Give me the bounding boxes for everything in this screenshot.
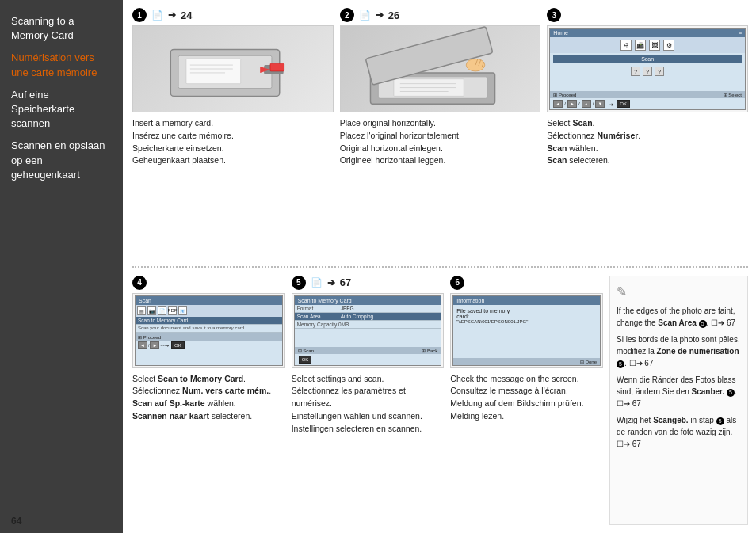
step3-line1: Select Scan. <box>547 117 748 130</box>
step6-line1: Check the message on the screen. <box>450 373 603 386</box>
step6-body2: card: <box>456 314 597 319</box>
step4-nav-right[interactable]: ► <box>150 341 159 349</box>
step3-sub-icons: ? ? ? <box>550 65 745 78</box>
step4-line4-txt: selecteren. <box>209 411 252 421</box>
step5-scanarea-label: Scan Area <box>297 314 341 319</box>
step5-line1: Select settings and scan. <box>292 373 445 386</box>
step4-line1: Select Scan to Memory Card. <box>132 373 285 386</box>
sidebar-lang4: Scannen en opslaan op een geheugenkaart <box>11 139 112 182</box>
step3-select-label: ⊞ Select <box>724 92 742 97</box>
top-row: 1 📄 ➔ 24 <box>132 8 748 268</box>
step5-ok-label: ⊞ Scan <box>298 348 314 353</box>
step4-nav-ok[interactable]: OK <box>171 341 185 349</box>
note-para4-bold: Scangeb. <box>653 416 688 424</box>
step6-screen: Information File saved to memory card: "… <box>452 295 601 366</box>
step3-nav-down[interactable]: ▼ <box>595 100 605 108</box>
step4-block: 4 Scan ▤ 📷 📄 PDF 📧 S <box>132 276 285 526</box>
step4-icon4: PDF <box>168 306 177 315</box>
step5-scanarea-row: Scan Area Auto Cropping <box>295 313 441 321</box>
step3-icon4: ⚙ <box>663 40 674 51</box>
step3-icon3: 🖼 <box>649 40 660 51</box>
step4-smem-bold: Scan to Memory Card <box>158 374 243 383</box>
step3-nav-ok[interactable]: OK <box>617 100 630 108</box>
step2-line1: Place original horizontally. <box>340 117 541 130</box>
step6-number: 6 <box>450 276 464 290</box>
step5-title: Scan to Memory Card <box>295 296 441 305</box>
step6-body: File saved to memory card: "\\EPSCAN\001… <box>453 305 600 358</box>
step5-format-value: JPEG <box>341 306 439 311</box>
step1-header: 1 📄 ➔ 24 <box>132 8 334 22</box>
step3-text: Select Scan. Sélectionnez Numériser. Sca… <box>547 117 748 167</box>
step2-arrow: ➔ <box>376 10 384 21</box>
step1-book-icon: 📄 <box>151 10 163 21</box>
step6-header: 6 <box>450 276 603 290</box>
step3-sub-icon2: ? <box>643 67 652 76</box>
step3-wifi-icon: ≡ <box>739 30 742 36</box>
step4-proceed: ⊞ Proceed <box>136 333 282 341</box>
step5-page: 67 <box>340 276 351 288</box>
step6-body3: "\\EPSCAN\001\EPSON001.JPG" <box>456 319 597 324</box>
step3-line4: Scan selecteren. <box>547 154 748 167</box>
note-para1-circle: 5 <box>699 320 707 328</box>
step3-nav-left[interactable]: ◄ <box>553 100 563 108</box>
note-para1: If the edges of the photo are faint, cha… <box>617 305 741 329</box>
step5-number: 5 <box>292 276 306 290</box>
step3-image: Home ≡ 🖨 📠 🖼 ⚙ Scan ? ? <box>547 25 748 112</box>
step2-image <box>340 25 541 112</box>
step3-icon2: 📠 <box>635 40 646 51</box>
step3-number: 3 <box>547 8 561 22</box>
step4-nav-left[interactable]: ◄ <box>138 341 147 349</box>
step5-memory-row: Memory Capacity 0MB <box>295 321 441 329</box>
note-para4: Wijzig het Scangeb. in stap 5 als de ran… <box>617 414 741 450</box>
step5-memory-label: Memory Capacity 0MB <box>297 322 439 327</box>
step3-num-bold: Numériser <box>597 131 638 140</box>
step3-nav-up[interactable]: ▲ <box>582 100 591 108</box>
step1-line2: Insérez une carte mémoire. <box>132 130 334 143</box>
step5-book-icon: 📄 <box>311 277 323 288</box>
step3-block: 3 Home ≡ 🖨 📠 🖼 ⚙ Sca <box>547 8 748 258</box>
step5-format-label: Format <box>297 306 341 311</box>
step4-scan-label: Scan <box>139 298 151 303</box>
step2-text: Place original horizontally. Placez l'or… <box>340 117 541 167</box>
note-block: ✎ If the edges of the photo are faint, c… <box>609 276 748 526</box>
step4-header: 4 <box>132 276 285 290</box>
step3-scan-bold2: Scan <box>547 143 567 153</box>
note-para2-bold: Zone de numérisation <box>657 347 739 356</box>
step2-page: 26 <box>388 10 399 21</box>
step5-block: 5 📄 ➔ 67 Scan to Memory Card Format JPEG… <box>292 276 445 526</box>
step3-sub-icon1: ? <box>631 67 640 76</box>
step4-num-bold: Num. vers carte mém. <box>182 386 269 395</box>
step5-line4: Instellingen selecteren en scannen. <box>292 423 445 436</box>
step2-header: 2 📄 ➔ 26 <box>340 8 541 22</box>
step3-home-label: Home <box>553 30 568 36</box>
note-para3-bold: Scanber. <box>692 387 725 396</box>
step4-screen-title: Scan <box>136 296 282 305</box>
note-para3: Wenn die Ränder des Fotos blass sind, än… <box>617 374 741 409</box>
bottom-row: 4 Scan ▤ 📷 📄 PDF 📧 S <box>132 268 748 526</box>
step4-icon2: 📷 <box>147 306 156 315</box>
step4-line4: Scannen naar kaart selecteren. <box>132 410 285 423</box>
step4-proceed-label: Proceed <box>143 335 161 340</box>
sidebar-lang3: Auf eine Speicherkarte scannen <box>11 88 112 131</box>
step5-ok-btn[interactable]: OK <box>299 356 312 364</box>
step3-scan-bold3: Scan <box>547 155 567 165</box>
step2-number: 2 <box>340 8 354 22</box>
step5-nav: OK <box>295 354 441 365</box>
note-para4-mid: in stap <box>689 416 716 424</box>
step4-sep: / <box>148 343 149 348</box>
step4-scan-bold2: Scannen naar kaart <box>132 411 209 421</box>
step2-block: 2 📄 ➔ 26 <box>340 8 541 258</box>
step6-block: 6 Information File saved to memory card:… <box>450 276 603 526</box>
step2-line4: Origineel horizontaal leggen. <box>340 154 541 167</box>
step3-scan-bold: Scan <box>572 118 592 128</box>
step3-sub-icon3: ? <box>655 67 664 76</box>
step3-nav-sep3: / <box>593 101 594 106</box>
step5-arrow: ➔ <box>327 277 335 288</box>
step3-line4-text: selecteren. <box>567 155 609 165</box>
step1-line4: Geheugenkaart plaatsen. <box>132 154 334 167</box>
step3-header: 3 <box>547 8 748 22</box>
step3-nav-right[interactable]: ► <box>567 100 577 108</box>
step6-text: Check the message on the screen. Consult… <box>450 373 603 423</box>
page-number-value: 64 <box>11 516 21 527</box>
step3-icon-row: 🖨 📠 🖼 ⚙ <box>550 37 745 53</box>
